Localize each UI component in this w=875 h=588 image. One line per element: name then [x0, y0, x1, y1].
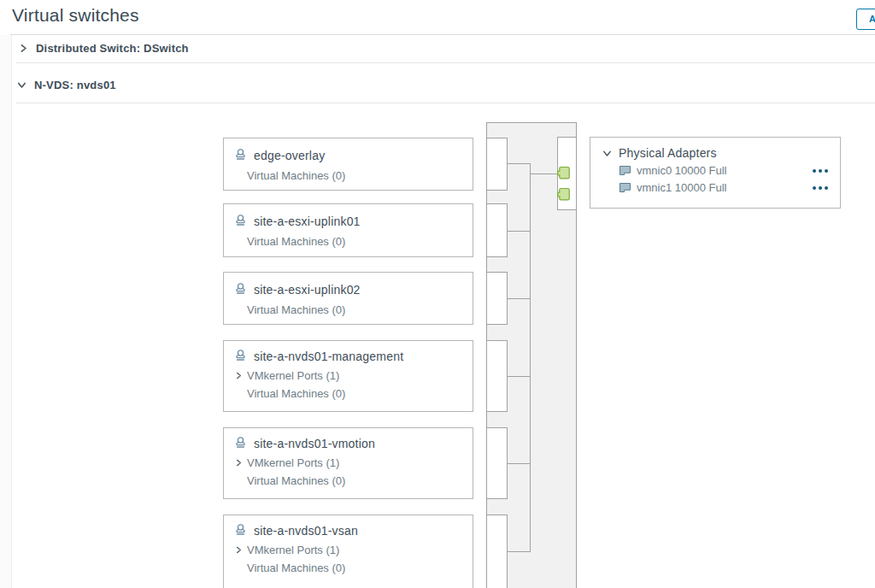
vmkernel-ports-count: VMkernel Ports (1): [247, 369, 339, 382]
port-group-card-uplink02: site-a-esxi-uplink02 Virtual Machines (0…: [223, 272, 473, 325]
virtual-machines-count: Virtual Machines (0): [247, 387, 473, 400]
virtual-machines-count: Virtual Machines (0): [247, 474, 473, 487]
port-group-card-vmotion: site-a-nvds01-vmotion VMkernel Ports (1)…: [223, 427, 473, 499]
port-group-icon: [233, 436, 248, 450]
page-title: Virtual switches: [12, 5, 139, 26]
adapter-actions-button[interactable]: [811, 183, 830, 193]
vmkernel-ports-expander[interactable]: VMkernel Ports (1): [235, 544, 473, 556]
port-group-card-edge-overlay: edge-overlay Virtual Machines (0): [223, 138, 473, 191]
physical-adapters-panel: Physical Adapters vmnic0 10000 Full vmni…: [590, 137, 841, 209]
section-label: Distributed Switch: DSwitch: [36, 42, 189, 55]
vmkernel-ports-expander[interactable]: VMkernel Ports (1): [235, 369, 473, 382]
connector-line: [508, 376, 530, 377]
section-divider: [16, 103, 875, 103]
green-uplink-port-icon: [556, 186, 571, 203]
port-group-name: site-a-esxi-uplink01: [254, 215, 361, 228]
switch-port-box: [486, 340, 508, 412]
section-divider: [16, 62, 875, 63]
ellipsis-dot: [825, 169, 828, 173]
port-group-name: edge-overlay: [254, 149, 325, 162]
virtual-machines-count: Virtual Machines (0): [247, 303, 473, 316]
connector-trunk-line: [530, 163, 531, 552]
chevron-right-icon: [19, 44, 28, 53]
port-group-icon: [233, 148, 248, 162]
connector-line: [508, 463, 530, 464]
port-group-icon: [233, 349, 248, 363]
physical-adapters-expander[interactable]: Physical Adapters: [602, 146, 840, 160]
virtual-machines-count: Virtual Machines (0): [247, 562, 473, 574]
chevron-right-icon: [235, 546, 243, 554]
port-group-name: site-a-nvds01-vsan: [254, 524, 358, 538]
switch-port-box: [486, 138, 508, 191]
switch-port-box: [486, 272, 508, 325]
port-group-icon: [233, 214, 248, 228]
ellipsis-dot: [819, 186, 822, 190]
port-group-icon: [233, 282, 248, 297]
chevron-down-icon: [602, 149, 612, 158]
physical-adapter-row: vmnic0 10000 Full: [619, 164, 830, 177]
port-group-name: site-a-nvds01-vmotion: [254, 437, 375, 450]
chevron-right-icon: [235, 459, 243, 467]
physical-nic-icon: [619, 182, 631, 193]
port-group-name: site-a-esxi-uplink02: [254, 283, 361, 297]
section-label: N-VDS: nvds01: [34, 79, 116, 91]
port-group-card-vsan: site-a-nvds01-vsan VMkernel Ports (1) Vi…: [223, 514, 473, 588]
port-group-name: site-a-nvds01-management: [254, 350, 403, 363]
connector-line: [508, 298, 530, 299]
chevron-right-icon: [235, 372, 243, 379]
section-nvds[interactable]: N-VDS: nvds01: [17, 79, 116, 91]
adapter-actions-button[interactable]: [811, 166, 830, 176]
physical-nic-icon: [619, 165, 631, 176]
virtual-switches-page: Virtual switches ADD NETWORKING... Distr…: [0, 0, 875, 588]
chevron-down-icon: [17, 80, 26, 90]
physical-adapter-label: vmnic1 10000 Full: [637, 181, 727, 194]
port-group-icon: [233, 523, 248, 538]
header-divider: [10, 34, 875, 35]
switch-port-box: [486, 427, 508, 499]
switch-port-box: [486, 203, 508, 257]
ellipsis-dot: [813, 169, 816, 173]
section-distributed-switch[interactable]: Distributed Switch: DSwitch: [19, 42, 189, 55]
physical-adapter-label: vmnic0 10000 Full: [637, 164, 727, 177]
ellipsis-dot: [819, 169, 822, 173]
switch-port-box: [486, 514, 508, 588]
virtual-machines-count: Virtual Machines (0): [247, 169, 473, 182]
port-group-card-management: site-a-nvds01-management VMkernel Ports …: [223, 340, 473, 412]
physical-adapter-row: vmnic1 10000 Full: [619, 181, 830, 194]
vmkernel-ports-count: VMkernel Ports (1): [247, 544, 339, 556]
ellipsis-dot: [813, 186, 816, 190]
ellipsis-dot: [825, 186, 828, 190]
green-uplink-port-icon: [556, 165, 571, 181]
left-panel-edge: [0, 35, 12, 588]
connector-line: [508, 163, 530, 164]
virtual-machines-count: Virtual Machines (0): [247, 235, 473, 248]
physical-adapters-title: Physical Adapters: [619, 146, 717, 160]
connector-line: [530, 173, 557, 174]
add-networking-button[interactable]: ADD NETWORKING...: [856, 9, 875, 30]
vmkernel-ports-expander[interactable]: VMkernel Ports (1): [235, 456, 473, 469]
connector-line: [508, 231, 530, 232]
vmkernel-ports-count: VMkernel Ports (1): [247, 456, 339, 469]
port-group-card-uplink01: site-a-esxi-uplink01 Virtual Machines (0…: [223, 203, 473, 257]
connector-line: [508, 551, 530, 552]
